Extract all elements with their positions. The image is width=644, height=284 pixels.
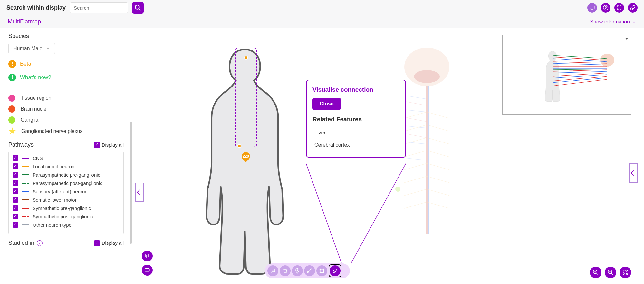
related-feature-liver[interactable]: Liver xyxy=(312,127,399,139)
flatmap-canvas[interactable]: 220 Visualise connection Close Related F… xyxy=(132,28,644,284)
chevron-down-icon[interactable] xyxy=(624,36,629,41)
zoom-out-icon xyxy=(607,269,614,276)
view-title: MultiFlatmap xyxy=(8,18,41,25)
pin-tool[interactable] xyxy=(292,265,303,276)
pathways-header: Pathways Display all xyxy=(8,142,124,148)
minimap-nerves xyxy=(549,50,617,105)
comment-tool[interactable] xyxy=(267,265,278,276)
whats-new-row[interactable]: ! What's new? xyxy=(8,74,124,81)
circle-icon xyxy=(8,116,15,124)
display-all-label: Display all xyxy=(102,240,124,246)
studied-in-header: Studied in i Display all xyxy=(8,240,124,246)
scrollbar[interactable] xyxy=(130,122,132,244)
beta-row[interactable]: ! Beta xyxy=(8,60,124,68)
pathways-heading: Pathways xyxy=(8,142,34,148)
line-tool[interactable] xyxy=(304,265,315,276)
legend-item-tissue: Tissue region xyxy=(8,95,124,102)
svg-rect-24 xyxy=(320,272,321,273)
svg-line-31 xyxy=(611,273,613,275)
display-all-label: Display all xyxy=(102,142,124,148)
pathway-item-parapre[interactable]: Parasympathetic pre-ganglionic xyxy=(13,172,120,178)
checkbox-icon xyxy=(13,188,18,194)
selection-region[interactable] xyxy=(235,48,257,147)
collapse-right-panel-handle[interactable] xyxy=(629,163,638,183)
pathway-label: Sensory (afferent) neuron xyxy=(33,189,88,194)
legend-item-plexus: Ganglionated nerve plexus xyxy=(8,127,124,135)
svg-line-1 xyxy=(139,9,141,11)
chevron-left-icon xyxy=(631,170,636,176)
legend-item-ganglia: Ganglia xyxy=(8,116,124,124)
legend-label: Tissue region xyxy=(21,95,51,101)
svg-point-33 xyxy=(624,271,627,274)
pathway-label: Local circuit neuron xyxy=(33,164,74,169)
help-button[interactable]: ? xyxy=(601,3,610,13)
single-view-button[interactable] xyxy=(142,265,153,276)
pin-icon xyxy=(294,268,300,274)
svg-rect-7 xyxy=(146,255,149,258)
pathway-item-local[interactable]: Local circuit neuron xyxy=(13,163,120,169)
pathway-label: Parasympathetic post-ganglionic xyxy=(33,180,102,186)
pathway-item-somatic[interactable]: Somatic lower motor xyxy=(13,197,120,203)
checkbox-icon xyxy=(13,172,18,178)
pathway-label: Parasympathetic pre-ganglionic xyxy=(33,172,100,178)
pathway-item-other[interactable]: Other neuron type xyxy=(13,222,120,228)
zoom-fit-button[interactable] xyxy=(620,267,631,278)
checkbox-icon xyxy=(13,197,18,203)
line-swatch xyxy=(22,224,29,225)
minimap[interactable] xyxy=(502,35,631,115)
line-icon xyxy=(307,268,312,274)
display-all-toggle[interactable]: Display all xyxy=(94,142,124,148)
fullscreen-button[interactable] xyxy=(614,3,624,13)
studied-in-heading: Studied in i xyxy=(8,240,43,246)
exclamation-icon: ! xyxy=(8,60,16,68)
circle-icon xyxy=(8,95,15,102)
trash-icon xyxy=(282,268,288,274)
search-button[interactable] xyxy=(132,2,144,14)
search-input[interactable] xyxy=(70,2,128,13)
zoom-in-button[interactable] xyxy=(590,267,601,278)
species-heading: Species xyxy=(8,33,124,40)
marker-dot[interactable] xyxy=(244,56,248,60)
pathway-item-sympost[interactable]: Sympathetic post-ganglionic xyxy=(13,214,120,219)
close-button[interactable]: Close xyxy=(312,98,341,110)
pathway-item-sensory[interactable]: Sensory (afferent) neuron xyxy=(13,188,120,194)
svg-point-0 xyxy=(135,5,139,9)
svg-line-20 xyxy=(309,270,311,272)
chevron-down-icon xyxy=(632,20,636,24)
delete-tool[interactable] xyxy=(280,265,291,276)
bbox-tool[interactable] xyxy=(316,265,327,276)
svg-point-11 xyxy=(414,70,440,83)
related-feature-cortex[interactable]: Cerebral cortex xyxy=(312,139,399,151)
display-mode-button[interactable] xyxy=(587,3,597,13)
permalink-button[interactable] xyxy=(628,3,638,13)
show-information-toggle[interactable]: Show information xyxy=(590,19,636,25)
zoom-controls xyxy=(590,267,631,278)
comment-icon xyxy=(270,268,276,274)
checkbox-icon xyxy=(13,205,18,211)
pathway-item-cns[interactable]: CNS xyxy=(13,155,120,161)
svg-rect-22 xyxy=(320,269,321,270)
species-select[interactable]: Human Male xyxy=(8,43,55,54)
connection-tool-active[interactable] xyxy=(329,264,341,277)
pathway-item-sympre[interactable]: Sympathetic pre-ganglionic xyxy=(13,205,120,211)
annotation-toolbar xyxy=(265,263,350,278)
line-swatch xyxy=(22,166,29,167)
pathway-item-parapost[interactable]: Parasympathetic post-ganglionic xyxy=(13,180,120,186)
monitor-icon xyxy=(589,5,595,11)
collapse-sidebar-handle[interactable] xyxy=(135,183,144,202)
zoom-out-button[interactable] xyxy=(605,267,616,278)
svg-rect-8 xyxy=(145,269,149,271)
split-view-button[interactable] xyxy=(142,251,153,261)
search-icon xyxy=(134,4,141,11)
svg-rect-25 xyxy=(323,272,324,273)
star-icon xyxy=(8,127,16,135)
show-information-label: Show information xyxy=(590,19,630,25)
marker-dot[interactable] xyxy=(237,144,241,148)
display-all-toggle-studied[interactable]: Display all xyxy=(94,240,124,246)
sub-header: MultiFlatmap Show information xyxy=(0,15,644,28)
pathway-label: Sympathetic post-ganglionic xyxy=(33,214,93,219)
info-icon[interactable]: i xyxy=(37,240,43,246)
monitor-icon xyxy=(144,267,150,273)
exclamation-icon: ! xyxy=(8,74,16,81)
whats-new-label: What's new? xyxy=(20,74,51,81)
